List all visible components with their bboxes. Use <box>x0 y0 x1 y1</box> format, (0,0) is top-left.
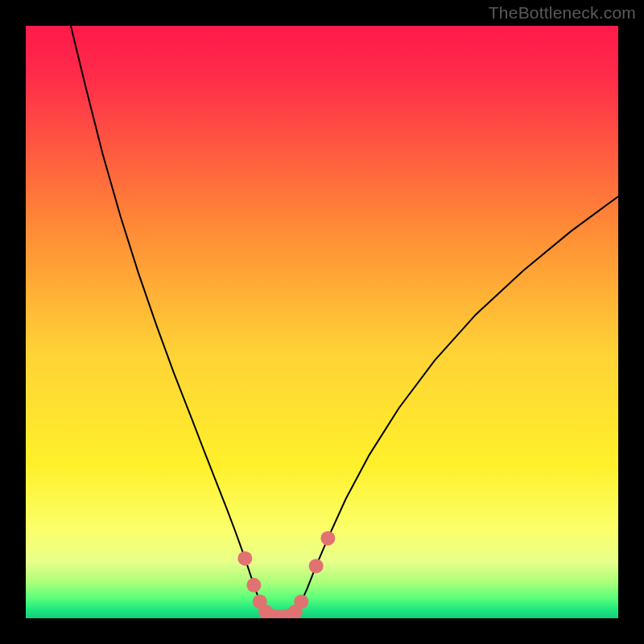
watermark-text: TheBottleneck.com <box>489 3 636 23</box>
data-marker <box>237 551 252 566</box>
data-marker <box>246 578 261 592</box>
data-marker <box>309 559 324 573</box>
chart-svg <box>26 26 618 618</box>
gradient-background <box>26 26 618 618</box>
plot-area <box>26 26 618 618</box>
data-marker <box>294 594 308 609</box>
chart-frame: TheBottleneck.com <box>0 0 644 644</box>
data-marker <box>320 531 335 546</box>
